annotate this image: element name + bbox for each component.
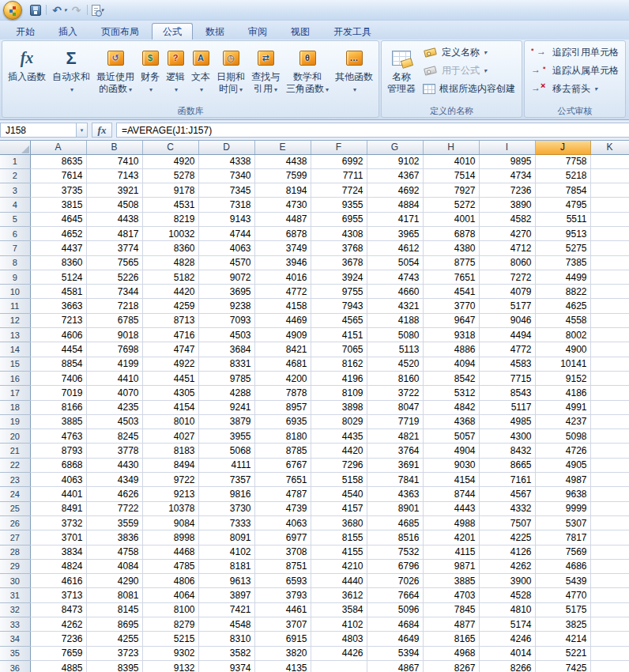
cell-G9[interactable]: 4743 (367, 270, 423, 284)
cell-C5[interactable]: 8219 (142, 212, 198, 226)
cell-H25[interactable]: 4443 (423, 501, 479, 515)
cell-E15[interactable]: 4681 (254, 357, 311, 371)
cell-J3[interactable]: 7854 (535, 183, 590, 198)
column-header-h[interactable]: H (423, 141, 479, 154)
cell-J15[interactable]: 10141 (535, 357, 590, 371)
cell-I15[interactable]: 4583 (479, 357, 535, 371)
cell-F19[interactable]: 8029 (311, 414, 367, 428)
insert-function-fx-button[interactable]: fx (92, 123, 112, 138)
cell-I20[interactable]: 4300 (479, 429, 535, 444)
cell-C21[interactable]: 8183 (142, 444, 198, 458)
cell-I8[interactable]: 8060 (479, 255, 535, 270)
cell-E1[interactable]: 4438 (254, 154, 311, 168)
cell-C10[interactable]: 4420 (142, 285, 198, 299)
cell-F3[interactable]: 7724 (311, 183, 367, 198)
cell-A21[interactable]: 8793 (30, 444, 86, 458)
tab-home[interactable]: 开始 (5, 23, 46, 40)
cell-B9[interactable]: 5226 (86, 270, 142, 284)
cell-J21[interactable]: 4726 (535, 444, 590, 458)
cell-C36[interactable]: 9132 (142, 660, 198, 672)
cell-E4[interactable]: 4730 (254, 198, 311, 212)
cell-E23[interactable]: 7651 (254, 473, 311, 487)
math-trig-button[interactable]: θ数学和三角函数▾ (283, 43, 332, 105)
cell-J16[interactable]: 9152 (535, 371, 590, 385)
cell-E33[interactable]: 3707 (254, 617, 311, 632)
cell-G21[interactable]: 3764 (367, 444, 423, 458)
cell-C9[interactable]: 5182 (142, 270, 198, 284)
name-box-dropdown-icon[interactable]: ▾ (76, 123, 88, 138)
cell-F35[interactable]: 4426 (311, 646, 367, 660)
cell-K22[interactable] (590, 458, 629, 472)
cell-K9[interactable] (590, 270, 629, 284)
cell-D29[interactable]: 8181 (198, 559, 254, 573)
cell-E36[interactable]: 4135 (254, 660, 311, 672)
column-header-d[interactable]: D (198, 141, 254, 154)
cell-B17[interactable]: 4070 (86, 386, 142, 400)
cell-J10[interactable]: 8822 (535, 285, 590, 299)
cell-D18[interactable]: 9241 (198, 400, 254, 414)
cell-J19[interactable]: 4237 (535, 414, 590, 428)
create-from-selection-button[interactable]: 根据所选内容创建 (420, 81, 518, 97)
cell-J34[interactable]: 4214 (535, 632, 590, 646)
cell-K14[interactable] (590, 342, 629, 357)
cell-A31[interactable]: 3713 (30, 588, 86, 602)
cell-I24[interactable]: 4567 (479, 487, 535, 501)
cell-E18[interactable]: 8957 (254, 400, 311, 414)
cell-C6[interactable]: 10032 (142, 226, 198, 240)
cell-H32[interactable]: 7845 (423, 602, 479, 617)
cell-C32[interactable]: 8100 (142, 602, 198, 617)
cell-F25[interactable]: 4157 (311, 501, 367, 515)
cell-I34[interactable]: 4246 (479, 632, 535, 646)
cell-B15[interactable]: 4199 (86, 357, 142, 371)
cell-I9[interactable]: 7272 (479, 270, 535, 284)
cell-F21[interactable]: 4420 (311, 444, 367, 458)
cell-H5[interactable]: 4001 (423, 212, 479, 226)
cell-D10[interactable]: 3695 (198, 285, 254, 299)
cell-K18[interactable] (590, 400, 629, 414)
row-header-15[interactable]: 15 (0, 357, 30, 371)
cell-E25[interactable]: 4739 (254, 501, 311, 515)
row-header-9[interactable]: 9 (0, 270, 30, 284)
cell-G32[interactable]: 5096 (367, 602, 423, 617)
cell-A7[interactable]: 4437 (30, 241, 86, 255)
cell-B23[interactable]: 4349 (86, 473, 142, 487)
cell-I27[interactable]: 4225 (479, 530, 535, 545)
cell-A2[interactable]: 7614 (30, 168, 86, 183)
cell-E11[interactable]: 4158 (254, 299, 311, 313)
cell-I22[interactable]: 8665 (479, 458, 535, 472)
cell-J8[interactable]: 7385 (535, 255, 590, 270)
cell-F28[interactable]: 4155 (311, 545, 367, 559)
cell-G17[interactable]: 3722 (367, 386, 423, 400)
cell-C13[interactable]: 4716 (142, 328, 198, 342)
cell-I1[interactable]: 9895 (479, 154, 535, 168)
cell-A30[interactable]: 4616 (30, 574, 86, 588)
column-header-j[interactable]: J (535, 141, 590, 154)
cell-E2[interactable]: 7599 (254, 168, 311, 183)
cell-D32[interactable]: 7421 (198, 602, 254, 617)
cell-F27[interactable]: 8155 (311, 530, 367, 545)
cell-K16[interactable] (590, 371, 629, 385)
cell-I30[interactable]: 3900 (479, 574, 535, 588)
cell-G27[interactable]: 8516 (367, 530, 423, 545)
cell-D16[interactable]: 9785 (198, 371, 254, 385)
cell-H12[interactable]: 9647 (423, 313, 479, 327)
cell-F6[interactable]: 4308 (311, 226, 367, 240)
cell-J33[interactable]: 3825 (535, 617, 590, 632)
cell-B18[interactable]: 4235 (86, 400, 142, 414)
cell-E28[interactable]: 3708 (254, 545, 311, 559)
cell-I28[interactable]: 4126 (479, 545, 535, 559)
cell-I29[interactable]: 4262 (479, 559, 535, 573)
cell-J11[interactable]: 4625 (535, 299, 590, 313)
cell-D28[interactable]: 4102 (198, 545, 254, 559)
row-header-20[interactable]: 20 (0, 429, 30, 444)
cell-A14[interactable]: 4454 (30, 342, 86, 357)
cell-A36[interactable]: 4885 (30, 660, 86, 672)
cell-H6[interactable]: 6878 (423, 226, 479, 240)
row-header-10[interactable]: 10 (0, 285, 30, 299)
cell-C7[interactable]: 8360 (142, 241, 198, 255)
print-preview-button[interactable]: ▾ (91, 3, 105, 17)
row-header-26[interactable]: 26 (0, 515, 30, 530)
formula-input[interactable]: =AVERAGE(J1:J157) (116, 123, 629, 138)
cell-H3[interactable]: 7927 (423, 183, 479, 198)
cell-D19[interactable]: 3879 (198, 414, 254, 428)
